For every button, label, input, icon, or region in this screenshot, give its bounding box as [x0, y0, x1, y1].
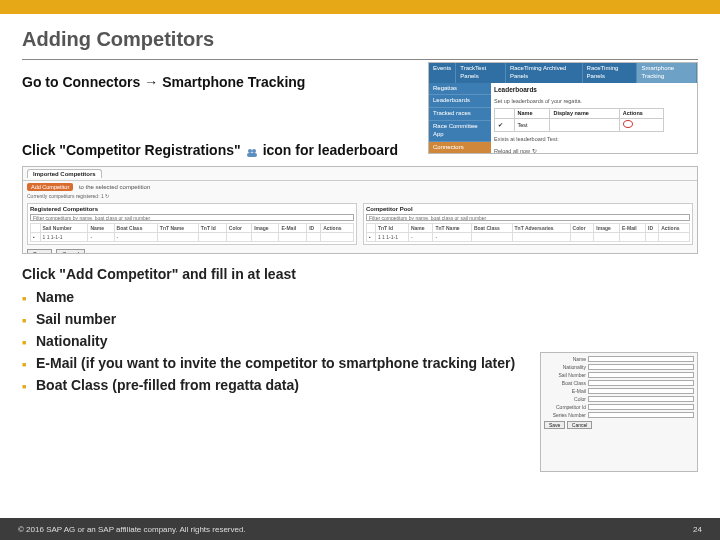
name-field[interactable]: [588, 356, 694, 362]
td: [157, 233, 198, 242]
th: ID: [307, 224, 321, 233]
th: Display name: [550, 109, 619, 119]
shot1-subline: Set up leaderboards of your regatta.: [494, 98, 694, 105]
th: Color: [226, 224, 251, 233]
shot1-reload: Reload all now ↻: [494, 148, 694, 154]
td: -: [433, 233, 471, 242]
th: Actions: [659, 224, 690, 233]
th: Actions: [321, 224, 354, 233]
filter-input-left[interactable]: [30, 214, 354, 221]
panel-registered: Registered Competitors Sail Number Name …: [27, 203, 357, 245]
td: [659, 233, 690, 242]
td: ▪: [367, 233, 376, 242]
th: Color: [570, 224, 594, 233]
form-label: Nationality: [544, 364, 586, 370]
add-competitor-button[interactable]: Add Competitor: [27, 183, 73, 191]
screenshot-connectors: Events TrackTest Panels RaceTiming Archi…: [428, 62, 698, 154]
form-label: Series Number: [544, 412, 586, 418]
td: 1 1 1-1-1: [375, 233, 408, 242]
step2-suffix: icon for leaderboard: [263, 142, 398, 158]
sidebar-item: Race Committee App: [429, 121, 491, 142]
step3-text: Click "Add Competitor" and fill in at le…: [22, 266, 698, 282]
email-field[interactable]: [588, 388, 694, 394]
td: [512, 233, 570, 242]
form-cancel-button[interactable]: Cancel: [567, 421, 593, 429]
shot2-note: Currently competitors registered: 1 ↻: [23, 193, 697, 201]
cancel-button[interactable]: Cancel: [56, 249, 85, 254]
shot1-table: Name Display name Actions ✔ Test: [494, 108, 664, 132]
th: ID: [646, 224, 659, 233]
competitor-registrations-icon: [623, 120, 633, 128]
shot1-tab: RaceTiming Archived Panels: [506, 63, 583, 83]
td: [471, 233, 512, 242]
panel-title: Registered Competitors: [30, 206, 354, 212]
filter-input-right[interactable]: [366, 214, 690, 221]
step1-suffix: Smartphone Tracking: [162, 74, 305, 90]
th: Name: [408, 224, 433, 233]
td: [619, 119, 663, 132]
nationality-field[interactable]: [588, 364, 694, 370]
shot1-tab: TrackTest Panels: [456, 63, 506, 83]
shot1-tab: RaceTiming Panels: [583, 63, 638, 83]
brand-top-bar: [0, 0, 720, 14]
sidebar-item: Tracked races: [429, 108, 491, 121]
th: E-Mail: [620, 224, 646, 233]
competitor-registrations-inline-icon: [245, 145, 259, 155]
td: [307, 233, 321, 242]
table-row: ▪ 1 1 1-1-1 - -: [367, 233, 690, 242]
svg-rect-2: [247, 153, 257, 157]
td: [279, 233, 307, 242]
th: E-Mail: [279, 224, 307, 233]
shot2-tab-active: Imported Competitors: [27, 169, 102, 178]
panel-title: Competitor Pool: [366, 206, 690, 212]
color-field[interactable]: [588, 396, 694, 402]
sail-number-field[interactable]: [588, 372, 694, 378]
th: Name: [88, 224, 114, 233]
td: [646, 233, 659, 242]
form-label: Color: [544, 396, 586, 402]
td: [252, 233, 279, 242]
td: [321, 233, 354, 242]
th: [31, 224, 41, 233]
save-button[interactable]: Save: [27, 249, 52, 254]
panel-pool: Competitor Pool TnT Id Name TnT Name Boa…: [363, 203, 693, 245]
screenshot-form: Name Nationality Sail Number Boat Class …: [540, 352, 698, 472]
svg-point-1: [252, 149, 256, 153]
sidebar-item: Leaderboards: [429, 95, 491, 108]
th: Sail Number: [40, 224, 88, 233]
screenshot-registrations: Imported Competitors Add Competitor to t…: [22, 166, 698, 254]
shot1-tab-active: Smartphone Tracking: [637, 63, 697, 83]
th: Name: [514, 109, 550, 119]
shot1-heading: Leaderboards: [494, 86, 694, 94]
list-item: Nationality: [22, 330, 698, 352]
td: Test: [514, 119, 550, 132]
th: TnT Id: [198, 224, 226, 233]
copyright-text: © 2016 SAP AG or an SAP affiliate compan…: [18, 525, 246, 534]
boat-class-field[interactable]: [588, 380, 694, 386]
td: -: [408, 233, 433, 242]
list-item: Sail number: [22, 308, 698, 330]
td: ✔: [495, 119, 515, 132]
page-title: Adding Competitors: [22, 28, 698, 51]
step1-prefix: Go to Connectors: [22, 74, 140, 90]
td: -: [88, 233, 114, 242]
form-label: Boat Class: [544, 380, 586, 386]
th: TnT Name: [157, 224, 198, 233]
panel-table-right: TnT Id Name TnT Name Boat Class TnT Adve…: [366, 223, 690, 242]
series-number-field[interactable]: [588, 412, 694, 418]
shot1-tabs: Events TrackTest Panels RaceTiming Archi…: [429, 63, 697, 83]
th: Image: [252, 224, 279, 233]
competitor-id-field[interactable]: [588, 404, 694, 410]
table-row: ▪ 1 1 1-1-1 - -: [31, 233, 354, 242]
th: TnT Name: [433, 224, 471, 233]
td: ▪: [31, 233, 41, 242]
form-label: E-Mail: [544, 388, 586, 394]
td: [570, 233, 594, 242]
form-save-button[interactable]: Save: [544, 421, 565, 429]
list-item: Name: [22, 286, 698, 308]
shot1-sidebar: Regattas Leaderboards Tracked races Race…: [429, 83, 491, 154]
td: [550, 119, 619, 132]
page-number: 24: [693, 525, 702, 534]
td: [226, 233, 251, 242]
td: [198, 233, 226, 242]
